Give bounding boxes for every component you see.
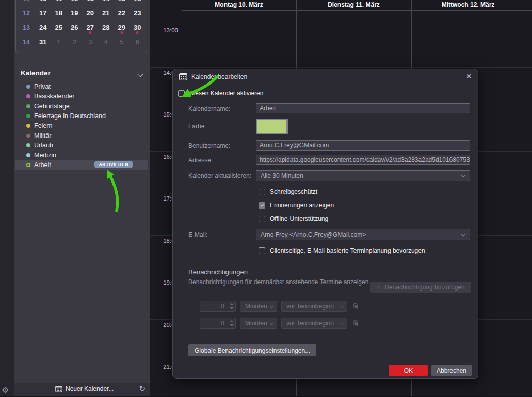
mini-day-with-event[interactable]: 30 <box>130 21 146 35</box>
mini-day[interactable]: 19 <box>67 6 83 21</box>
mini-day[interactable]: 11 <box>51 0 67 6</box>
mini-day-next-month[interactable]: 5 <box>114 35 130 49</box>
mini-day[interactable]: 14 <box>98 0 114 6</box>
ok-button[interactable]: OK <box>389 365 428 376</box>
username-input[interactable]: Arno.C.Frey@GMail.com <box>256 140 470 151</box>
mini-day-next-month[interactable]: 1 <box>51 35 67 49</box>
mini-day-with-event[interactable]: 29 <box>114 21 130 35</box>
mini-day-selected[interactable]: 16 <box>130 0 146 6</box>
day-header-tuesday[interactable]: Dienstag 11. März <box>296 1 411 10</box>
edit-calendar-dialog: Kalender bearbeiten × Diesen Kalender ak… <box>172 69 478 379</box>
mini-day-next-month[interactable]: 2 <box>67 35 83 49</box>
mini-day[interactable]: 22 <box>114 6 130 21</box>
time-label: 13:00 <box>150 27 179 34</box>
calendar-list-header[interactable]: Kalender <box>21 69 143 77</box>
dialog-title: Kalender bearbeiten <box>191 73 247 80</box>
mini-day[interactable]: 17 <box>35 6 51 21</box>
day-header-wednesday[interactable]: Mittwoch 12. März <box>411 1 525 10</box>
calendar-color-dot <box>26 94 30 98</box>
notification-value-stepper[interactable]: 0 <box>200 318 236 329</box>
sidebar-item-privat[interactable]: Privat <box>15 81 148 91</box>
chevron-down-icon <box>340 321 344 325</box>
mini-day[interactable]: 20 <box>83 6 99 21</box>
readonly-checkbox[interactable]: Schreibgeschützt <box>259 188 317 195</box>
mini-day[interactable]: 10 <box>35 0 51 6</box>
mini-day[interactable]: 31 <box>35 35 51 49</box>
notification-relation-select[interactable]: vor Terminbeginn <box>281 301 347 312</box>
mini-day-with-event[interactable]: 27 <box>83 21 99 35</box>
chevron-down-icon <box>461 173 465 177</box>
column-divider <box>525 0 525 397</box>
mini-day[interactable]: 18 <box>51 6 67 21</box>
mini-calendar: 11 10 11 12 13 14 15 16 12 17 18 19 20 2… <box>15 0 147 53</box>
notification-unit-select[interactable]: Minuten <box>240 318 277 329</box>
checkbox-unchecked[interactable] <box>259 189 265 195</box>
field-label-refresh: Kalender aktualisieren: <box>188 172 251 179</box>
checkbox-unchecked[interactable] <box>259 216 265 222</box>
calendar-color-dot <box>26 104 30 108</box>
hour-line <box>150 25 532 25</box>
show-reminders-checkbox[interactable]: Erinnerungen anzeigen <box>259 202 334 209</box>
cancel-button[interactable]: Abbrechen <box>431 365 472 376</box>
global-notification-settings-button[interactable]: Globale Benachrichtigungseinstellungen..… <box>188 344 316 356</box>
address-input[interactable]: https://apidata.googleusercontent.com/ca… <box>256 155 470 165</box>
chevron-down-icon <box>340 304 344 308</box>
mini-day[interactable]: 26 <box>67 21 83 35</box>
sidebar-item-basiskalender[interactable]: Basiskalender <box>15 91 148 101</box>
aktivieren-badge[interactable]: AKTIVIEREN <box>94 161 133 168</box>
sync-icon[interactable]: ↻ <box>139 384 146 393</box>
notification-relation-select[interactable]: vor Terminbeginn <box>281 318 347 329</box>
calendar-color-dot <box>26 143 30 147</box>
sidebar-item-feiern[interactable]: Feiern <box>15 121 148 130</box>
mini-day-next-month[interactable]: 3 <box>83 35 99 49</box>
dialog-titlebar[interactable]: Kalender bearbeiten × <box>173 69 478 85</box>
calendar-name-input[interactable]: Arbeit <box>256 103 470 113</box>
mini-day[interactable]: 12 <box>67 0 83 6</box>
notification-unit-select[interactable]: Minuten <box>240 301 277 312</box>
close-icon[interactable]: × <box>466 71 472 81</box>
mini-day-next-month[interactable]: 4 <box>98 35 114 49</box>
day-header-monday[interactable]: Montag 10. März <box>182 1 296 10</box>
sidebar-item-urlaub[interactable]: Urlaub <box>15 140 148 150</box>
new-calendar-button[interactable]: Neuer Kalender... <box>55 385 114 392</box>
chevron-down-icon <box>461 232 465 236</box>
notification-value-stepper[interactable]: 0 <box>200 301 236 312</box>
client-scheduling-checkbox[interactable]: Clientseitige, E-Mail-basierte Terminpla… <box>259 247 425 254</box>
mini-day[interactable]: 25 <box>51 21 67 35</box>
mini-day-next-month[interactable]: 6 <box>130 35 146 49</box>
trash-icon[interactable] <box>352 302 359 310</box>
sidebar-item-militaer[interactable]: Militär <box>15 130 148 140</box>
field-label-address: Adresse: <box>188 157 213 164</box>
offline-support-checkbox[interactable]: Offline-Unterstützung <box>259 215 328 222</box>
mini-day[interactable]: 13 <box>83 0 99 6</box>
checkbox-unchecked[interactable] <box>259 247 265 254</box>
sidebar-item-geburtstage[interactable]: Geburtstage <box>15 101 148 111</box>
color-swatch[interactable] <box>256 119 288 134</box>
week-number: 13 <box>18 21 35 35</box>
notifications-section-title: Benachrichtigungen <box>188 268 248 276</box>
checkbox-checked[interactable] <box>259 202 265 209</box>
sidebar-item-medizin[interactable]: Medizin <box>15 150 148 160</box>
trash-icon[interactable] <box>352 319 359 327</box>
chevron-down-icon <box>270 304 273 308</box>
chevron-down-icon <box>270 321 273 325</box>
mini-day[interactable]: 28 <box>98 21 114 35</box>
spinner-arrows-icon[interactable] <box>227 318 235 328</box>
mini-day[interactable]: 24 <box>35 21 51 35</box>
mini-day[interactable]: 15 <box>114 0 130 6</box>
sidebar-footer: Neuer Kalender... ↻ <box>14 383 150 396</box>
enable-calendar-checkbox[interactable]: Diesen Kalender aktivieren <box>178 90 263 97</box>
calendar-color-dot <box>26 85 30 89</box>
gear-icon[interactable]: ⚙ <box>2 385 9 395</box>
sidebar-item-arbeit[interactable]: Arbeit AKTIVIEREN <box>15 160 148 170</box>
spinner-arrows-icon[interactable] <box>227 301 235 311</box>
email-select[interactable]: Arno Frey <Arno.C.Frey@GMail.com> <box>256 229 470 240</box>
event-dot <box>121 31 123 34</box>
checkbox-unchecked[interactable] <box>178 90 185 97</box>
sidebar-item-feiertage[interactable]: Feiertage in Deutschland <box>15 111 148 121</box>
mini-day[interactable]: 23 <box>130 6 146 21</box>
add-notification-button[interactable]: +Benachrichtigung hinzufügen <box>370 282 471 293</box>
calendar-color-dot <box>26 153 30 157</box>
mini-day[interactable]: 21 <box>98 6 114 21</box>
refresh-interval-select[interactable]: Alle 30 Minuten <box>256 170 470 181</box>
